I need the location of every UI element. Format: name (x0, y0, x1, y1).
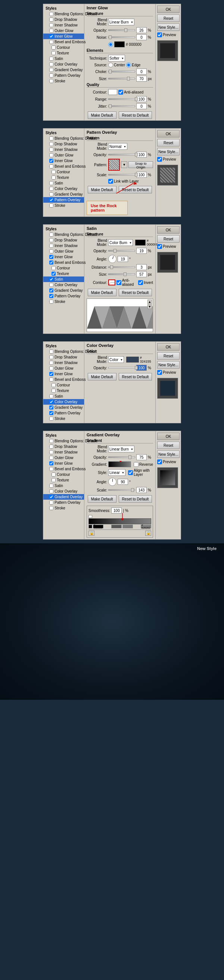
blend-mode-wrapper[interactable]: Linear Burn (108, 19, 134, 25)
inner-glow-checkbox[interactable] (49, 34, 53, 38)
reset-button-4[interactable]: Reset (157, 352, 179, 360)
preview-label-3[interactable]: Preview (157, 244, 179, 249)
outer-glow-checkbox[interactable] (49, 29, 53, 33)
sidebar4-color-overlay[interactable]: Color Overlay (43, 399, 84, 405)
blend-mode-select-5[interactable]: Linear Burn (108, 445, 134, 452)
sidebar3-satin[interactable]: Satin (43, 277, 84, 282)
choke-slider[interactable] (108, 71, 135, 72)
sidebar5-outer-glow[interactable]: Outer Glow (43, 455, 84, 461)
drop-shadow-checkbox[interactable] (49, 18, 53, 22)
ok-button-3[interactable]: OK (157, 226, 179, 234)
color-stop-hex1[interactable]: # 000000 (93, 525, 103, 528)
color-radio[interactable] (108, 42, 113, 47)
sidebar-item-satin[interactable]: Satin (43, 56, 84, 62)
sidebar4-blending[interactable]: Blending Options: Default (43, 349, 84, 354)
nav-up[interactable]: ▲ (147, 299, 152, 304)
color-stop-mid[interactable] (111, 525, 122, 528)
distance-slider[interactable] (108, 266, 135, 268)
sidebar2-drop-shadow[interactable]: Drop Shadow (43, 141, 84, 147)
new-style-button-5[interactable]: New Style... (157, 450, 179, 458)
sidebar2-color-overlay[interactable]: Color Overlay (43, 186, 84, 191)
blend-mode-wrapper-4[interactable]: Color (108, 356, 124, 363)
opacity-stop-1[interactable] (88, 515, 92, 518)
ok-button[interactable]: OK (157, 6, 179, 13)
anti-aliased-checkbox[interactable] (118, 90, 123, 95)
angle-input-3[interactable] (118, 256, 128, 262)
ok-button-2[interactable]: OK (157, 130, 179, 137)
color-stop-hex2[interactable]: # 828282 (141, 525, 151, 528)
opacity-input-3[interactable] (136, 248, 147, 254)
style-select[interactable]: Linear (108, 469, 125, 476)
lock-icon-right[interactable]: 🔒 (145, 531, 151, 536)
color-overlay-checkbox[interactable] (49, 62, 53, 66)
sidebar2-inner-glow[interactable]: Inner Glow (43, 158, 84, 164)
sidebar-item-contour[interactable]: Contour (43, 45, 84, 50)
make-default-button-2[interactable]: Make Default (88, 186, 117, 193)
sidebar3-stroke[interactable]: Stroke (43, 299, 84, 304)
blend-mode-wrapper-5[interactable]: Linear Burn (108, 445, 134, 452)
sidebar-item-gradient-overlay[interactable]: Gradient Overlay (43, 67, 84, 73)
sidebar3-color-overlay[interactable]: Color Overlay (43, 282, 84, 288)
color-overlay-swatch[interactable] (126, 356, 139, 363)
angle-dial-3[interactable] (108, 255, 117, 263)
opacity-slider-4[interactable] (108, 367, 135, 369)
blend-mode-select-2[interactable]: Normal (108, 143, 127, 150)
align-layer-label[interactable]: Align with Layer (128, 468, 153, 477)
sidebar5-drop-shadow[interactable]: Drop Shadow (43, 444, 84, 449)
pattern-preview[interactable] (108, 159, 120, 171)
range-input[interactable] (136, 96, 147, 102)
sidebar4-gradient-overlay[interactable]: Gradient Overlay (43, 405, 84, 410)
blend-mode-select[interactable]: Linear Burn (108, 19, 134, 25)
preview-label-5[interactable]: Preview (157, 460, 179, 464)
sidebar4-bevel[interactable]: Bevel and Emboss (43, 377, 84, 382)
sidebar2-blending[interactable]: Blending Options: Default (43, 136, 84, 141)
lock-icon[interactable]: 🔒 (88, 531, 94, 536)
angle-input-5[interactable] (118, 479, 128, 485)
nav-down[interactable]: ▼ (147, 304, 152, 309)
sidebar3-contour[interactable]: Contour (43, 265, 84, 271)
sidebar3-inner-glow[interactable]: Inner Glow (43, 254, 84, 260)
color-stop-mid2[interactable] (122, 525, 133, 528)
opacity-slider-2[interactable] (108, 154, 135, 155)
sidebar5-pattern-overlay[interactable]: Pattern Overlay (43, 500, 84, 505)
sidebar3-pattern-overlay[interactable]: Pattern Overlay (43, 293, 84, 299)
size-input[interactable] (136, 76, 147, 82)
blend-mode-select-3[interactable]: Color Burn (108, 239, 133, 246)
pattern-overlay-checkbox[interactable] (49, 73, 53, 78)
preview-label-4[interactable]: Preview (157, 370, 179, 375)
sidebar5-blending[interactable]: Blending Options: Default (43, 438, 84, 444)
blend-mode-wrapper-3[interactable]: Color Burn (108, 239, 133, 246)
sidebar4-satin[interactable]: Satin (43, 393, 84, 399)
angle-dial-5[interactable] (108, 478, 117, 486)
size-input-3[interactable] (136, 271, 147, 277)
sidebar4-contour[interactable]: Contour (43, 382, 84, 388)
sidebar-item-pattern-overlay[interactable]: Pattern Overlay (43, 73, 84, 78)
texture-checkbox[interactable] (51, 51, 56, 55)
sidebar-item-blending[interactable]: Blending Options: Default (43, 11, 84, 17)
sidebar5-bevel[interactable]: Bevel and Emboss (43, 466, 84, 472)
smoothness-input[interactable] (111, 508, 122, 514)
color-swatch[interactable] (114, 41, 125, 47)
gradient-picker[interactable] (108, 461, 131, 467)
sidebar5-satin[interactable]: Satin (43, 483, 84, 488)
preview-checkbox-5[interactable] (157, 460, 162, 464)
sidebar2-pattern-overlay[interactable]: Pattern Overlay (43, 197, 84, 203)
sidebar4-inner-glow[interactable]: Inner Glow (43, 371, 84, 377)
align-layer-checkbox[interactable] (128, 470, 133, 475)
distance-input[interactable] (136, 264, 147, 270)
sidebar3-drop-shadow[interactable]: Drop Shadow (43, 237, 84, 243)
invert-checkbox[interactable] (138, 280, 143, 285)
invert-label[interactable]: Invert (138, 280, 153, 285)
stroke-checkbox[interactable] (49, 79, 53, 83)
ok-button-4[interactable]: OK (157, 343, 179, 351)
sidebar3-gradient-overlay[interactable]: Gradient Overlay (43, 288, 84, 293)
make-default-button-3[interactable]: Make Default (88, 289, 117, 296)
blend-mode-select-4[interactable]: Color (108, 356, 124, 363)
sidebar-item-inner-glow[interactable]: Inner Glow (43, 33, 84, 39)
contour-preview-3[interactable] (108, 280, 115, 285)
choke-input[interactable] (136, 68, 147, 75)
sidebar3-texture[interactable]: Texture (43, 271, 84, 277)
opacity-slider-3[interactable] (108, 250, 135, 251)
ok-button-5[interactable]: OK (157, 433, 179, 440)
scale-slider-5[interactable] (108, 489, 135, 491)
